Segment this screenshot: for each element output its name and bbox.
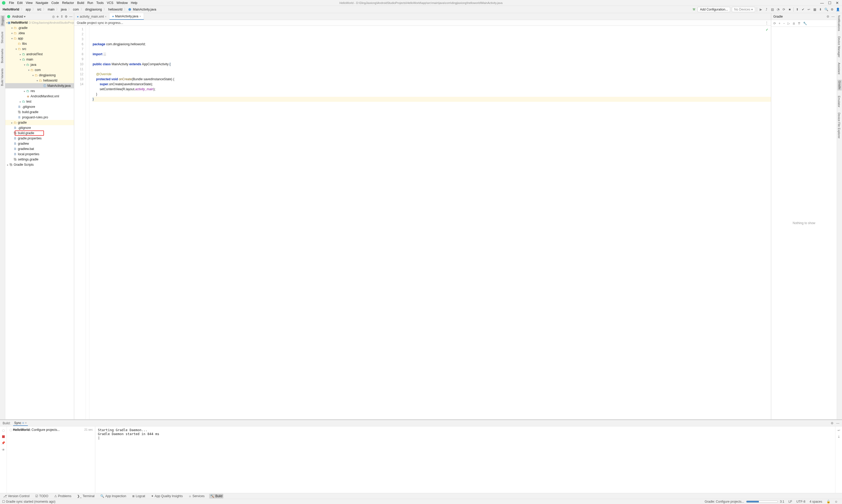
stop-build-icon[interactable] — [2, 435, 5, 438]
hide-icon[interactable]: — — [69, 15, 72, 18]
bottom-tool-services[interactable]: ☼Services — [187, 494, 205, 499]
git-commit-icon[interactable]: ✔ — [801, 7, 805, 12]
wrench-icon[interactable]: 🔧 — [803, 22, 807, 25]
tree-node-proguard-rules-pro[interactable]: 🗎proguard-rules.pro — [5, 115, 74, 120]
project-tree[interactable]: ▾▣HelloWorldD:\DingJiaxiong\AndroidStudi… — [5, 20, 74, 419]
menu-vcs[interactable]: VCS — [105, 1, 115, 5]
gradle-settings-gear-icon[interactable]: ⚙ — [826, 15, 829, 18]
bottom-tool-app-inspection[interactable]: 🔍App Inspection — [99, 494, 127, 499]
tree-node-AndroidManifest-xml[interactable]: ◈AndroidManifest.xml — [5, 94, 74, 99]
breadcrumb-segment[interactable]: app — [25, 7, 31, 11]
attach-icon[interactable]: + — [778, 22, 781, 25]
tree-node-gradlew-bat[interactable]: 🗎gradlew.bat — [5, 146, 74, 151]
editor-tab-activity_main-xml[interactable]: ●activity_main.xml× — [74, 13, 109, 20]
banner-kebab-icon[interactable]: ⋮ — [765, 21, 768, 25]
menu-code[interactable]: Code — [50, 1, 60, 5]
tree-node-build-gradle[interactable]: 🐘build.gradle — [5, 130, 74, 136]
background-task-label[interactable]: Gradle: Configure projects... — [702, 500, 746, 503]
build-tree[interactable]: ◌ HelloWorld: Configure projects... 21 s… — [7, 427, 95, 493]
maximize-icon[interactable]: ☐ — [828, 1, 831, 5]
menu-edit[interactable]: Edit — [16, 1, 24, 5]
tree-node-MainActivity-java[interactable]: ⒸMainActivity.java — [5, 83, 74, 88]
menu-view[interactable]: View — [24, 1, 34, 5]
account-icon[interactable]: 👤 — [836, 7, 840, 12]
indent-info[interactable]: 4 spaces — [808, 500, 824, 503]
profile-icon[interactable]: ◔ — [776, 7, 780, 12]
tool-window-button-build-variants[interactable]: Build Variants — [1, 68, 4, 86]
bottom-tool-logcat[interactable]: ≣Logcat — [131, 494, 146, 499]
breadcrumb-segment[interactable]: HelloWorld — [2, 7, 20, 11]
inspection-hector-icon[interactable]: ☺ — [832, 500, 840, 503]
breadcrumb-segment[interactable]: src — [37, 7, 42, 11]
scroll-to-end-icon[interactable]: ⤓ — [838, 435, 840, 438]
tool-window-button-gradle[interactable]: Gradle — [838, 80, 842, 90]
expand-all-icon[interactable]: ≑ — [56, 15, 59, 18]
close-icon[interactable]: × — [25, 421, 27, 425]
build-output[interactable]: Starting Gradle Daemon... Gradle Daemon … — [95, 427, 835, 493]
pin-icon[interactable]: 📌 — [1, 441, 5, 445]
tree-node--idea[interactable]: ▾🗀.idea — [5, 31, 74, 36]
tree-node-test[interactable]: ▸🗀test — [5, 99, 74, 104]
breadcrumb-segment[interactable]: dingjiaxiong — [85, 7, 102, 11]
tree-node-res[interactable]: ▸🗀res — [5, 88, 74, 94]
git-push-icon[interactable]: ↩ — [807, 7, 811, 12]
tool-window-button-device-manager[interactable]: Device Manager — [838, 36, 841, 57]
tree-node-app[interactable]: ▾🗀app — [5, 36, 74, 41]
close-icon[interactable]: × — [105, 15, 107, 18]
tree-node-dingjiaxiong[interactable]: ▾🗀dingjiaxiong — [5, 73, 74, 78]
bottom-tool-app-quality-insights[interactable]: ✦App Quality Insights — [150, 494, 184, 499]
read-only-lock-icon[interactable]: 🔓 — [824, 500, 832, 503]
tree-node-java[interactable]: ▾🗀java — [5, 62, 74, 67]
git-update-icon[interactable]: ⬆ — [795, 7, 800, 12]
bottom-tool-problems[interactable]: ⚠Problems — [53, 494, 73, 499]
tool-window-button-project[interactable]: Project — [1, 15, 5, 26]
menu-file[interactable]: File — [7, 1, 16, 5]
search-everywhere-icon[interactable]: 🔍 — [824, 7, 828, 12]
coverage-icon[interactable]: ▤ — [770, 7, 774, 12]
settings-gear-icon[interactable]: ⚙ — [830, 7, 834, 12]
tree-node-src[interactable]: ▾🗀src — [5, 46, 74, 52]
stop-icon[interactable]: ■ — [788, 7, 792, 12]
progress-bar[interactable] — [746, 501, 778, 503]
tree-node-gradle-scripts[interactable]: ▸🐘Gradle Scripts — [5, 162, 74, 167]
device-selector-combo[interactable]: No Devices ▾ — [732, 7, 755, 12]
menu-tools[interactable]: Tools — [95, 1, 105, 5]
hide-icon[interactable]: — — [829, 15, 835, 18]
code-editor[interactable]: ✓ package com.dingjiaxiong.helloworld; i… — [89, 26, 771, 419]
tool-window-button-assistant[interactable]: Assistant — [838, 62, 841, 74]
bottom-tool-build[interactable]: 🔨Build — [209, 494, 223, 499]
avd-manager-icon[interactable]: ▦ — [812, 7, 817, 12]
reload-icon[interactable]: ⟳ — [773, 22, 776, 25]
menu-help[interactable]: Help — [129, 1, 139, 5]
tree-node-build-gradle[interactable]: 🐘build.gradle — [5, 109, 74, 115]
run-configuration-combo[interactable]: Add Configuration... — [698, 7, 730, 12]
run-icon[interactable]: ▶ — [758, 7, 763, 12]
tree-node--gradle[interactable]: ▾🗀.gradle — [5, 25, 74, 31]
hide-icon[interactable]: — — [836, 421, 839, 425]
attach-debugger-icon[interactable]: ⟳ — [782, 7, 786, 12]
close-icon[interactable]: × — [140, 15, 141, 18]
eye-icon[interactable]: 👁 — [2, 448, 5, 452]
menu-navigate[interactable]: Navigate — [34, 1, 50, 5]
build-hammer-icon[interactable]: ⚒ — [692, 7, 696, 12]
debug-icon[interactable]: ⤴ — [764, 7, 769, 12]
bottom-tool-todo[interactable]: ☑TODO — [34, 494, 49, 499]
breadcrumb-segment[interactable]: helloworld — [108, 7, 123, 11]
tool-window-button-structure[interactable]: Structure — [1, 32, 4, 43]
menu-refactor[interactable]: Refactor — [60, 1, 75, 5]
target-icon[interactable]: ◎ — [52, 15, 55, 18]
breadcrumb-segment[interactable]: main — [47, 7, 55, 11]
tree-node--gitignore[interactable]: 🗎.gitignore — [5, 125, 74, 130]
tree-node-helloworld[interactable]: ▾🗀helloworld — [5, 78, 74, 83]
build-sync-tab[interactable]: Sync × — [13, 420, 28, 426]
tool-window-button-device-file-explorer[interactable]: Device File Explorer — [838, 112, 841, 138]
menu-build[interactable]: Build — [75, 1, 86, 5]
breadcrumb-segment[interactable]: java — [60, 7, 67, 11]
file-encoding[interactable]: UTF-8 — [794, 500, 808, 503]
tool-window-button-emulator[interactable]: Emulator — [838, 96, 841, 107]
analysis-ok-icon[interactable]: ✓ — [766, 28, 768, 32]
tree-node-libs[interactable]: 🗀libs — [5, 41, 74, 46]
breadcrumb[interactable]: HelloWorld〉app〉src〉main〉java〉com〉dingjia… — [2, 7, 157, 12]
tree-node-main[interactable]: ▾🗀main — [5, 57, 74, 62]
sdk-manager-icon[interactable]: ⬇ — [818, 7, 823, 12]
